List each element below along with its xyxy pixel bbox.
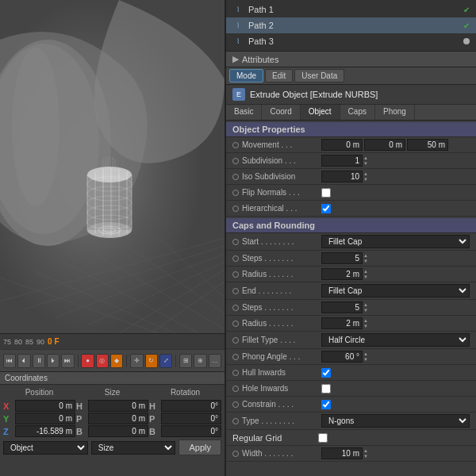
steps2-input[interactable] xyxy=(321,301,363,313)
path-label-1: Path 1 xyxy=(248,5,274,14)
subdivision-row: Subdivision . . . ▲▼ xyxy=(226,153,476,169)
flip-normals-checkbox[interactable] xyxy=(321,188,331,198)
iso-spinner[interactable]: ▲▼ xyxy=(363,171,368,182)
next-frame-btn[interactable]: ⏭ xyxy=(61,354,74,368)
steps2-spinner[interactable]: ▲▼ xyxy=(363,302,368,313)
play-btn[interactable]: ⏵ xyxy=(47,354,60,368)
steps1-label: Steps . . . . . . . xyxy=(242,254,321,263)
pause-btn[interactable]: ⏸ xyxy=(33,354,45,368)
extrude-title-row: E Extrude Object [Extrude NURBS] xyxy=(226,85,476,105)
hole-inwards-dot xyxy=(232,386,239,392)
rot-p-input[interactable] xyxy=(161,413,221,424)
rot-b-input[interactable] xyxy=(161,425,221,437)
hole-inwards-checkbox[interactable] xyxy=(321,384,331,393)
phong-angle-input[interactable] xyxy=(321,351,363,363)
prev-frame-btn[interactable]: ⏴ xyxy=(17,354,30,368)
regular-grid-row: Regular Grid xyxy=(226,430,476,446)
position-y-input[interactable] xyxy=(15,413,75,424)
rot-h-label: H xyxy=(149,401,159,411)
hull-inwards-checkbox[interactable] xyxy=(321,368,331,378)
path-item-2[interactable]: ⌇ Path 2 ✔ xyxy=(226,17,476,33)
size-h-input[interactable] xyxy=(88,400,148,412)
path-item-1[interactable]: ⌇ Path 1 ✔ xyxy=(226,2,476,17)
apply-button[interactable]: Apply xyxy=(178,440,221,455)
size-b-input[interactable] xyxy=(88,425,148,437)
start-label: Start . . . . . . . . xyxy=(242,237,321,246)
tab-user-data[interactable]: User Data xyxy=(294,69,344,83)
tab-object[interactable]: Object xyxy=(301,105,340,120)
radius2-input[interactable] xyxy=(321,317,363,329)
movement-y-input[interactable] xyxy=(364,139,405,151)
tab-coord[interactable]: Coord xyxy=(262,105,300,120)
keyframe-btn[interactable]: ◆ xyxy=(110,354,123,368)
radius1-input[interactable] xyxy=(321,268,363,280)
regular-grid-checkbox[interactable] xyxy=(318,433,328,443)
constrain-dot xyxy=(232,401,239,408)
position-header: Position xyxy=(3,386,75,398)
tab-edit[interactable]: Edit xyxy=(265,69,293,83)
regular-grid-label: Regular Grid xyxy=(232,433,318,443)
3d-viewport[interactable] xyxy=(0,0,225,333)
type-row: Type . . . . . . . . N-gons xyxy=(226,413,476,430)
end-select[interactable]: Fillet Cap xyxy=(321,284,470,298)
fillet-type-label: Fillet Type . . . . xyxy=(242,336,321,344)
hull-inwards-row: Hull Inwards xyxy=(226,365,476,381)
object-props-title: Object Properties xyxy=(226,122,476,137)
rot-b-label: B xyxy=(149,427,159,436)
start-select[interactable]: Fillet Cap xyxy=(321,235,470,248)
position-x-input[interactable] xyxy=(15,400,75,412)
subdivision-spinner[interactable]: ▲▼ xyxy=(363,155,368,167)
width-input[interactable] xyxy=(321,447,363,459)
caps-rounding-title: Caps and Rounding xyxy=(226,218,476,233)
p-axis-label: P xyxy=(76,414,86,424)
type-select[interactable]: N-gons xyxy=(321,414,470,428)
scale-btn[interactable]: ⤢ xyxy=(159,354,172,368)
subdivision-input[interactable] xyxy=(321,155,363,167)
movement-x-input[interactable] xyxy=(321,139,363,151)
start-row: Start . . . . . . . . Fillet Cap xyxy=(226,233,476,251)
record2-btn[interactable]: ◎ xyxy=(96,354,109,368)
phong-spinner[interactable]: ▲▼ xyxy=(363,351,368,363)
more-btn[interactable]: … xyxy=(209,354,221,368)
steps2-label: Steps . . . . . . . xyxy=(242,303,321,312)
object-dropdown[interactable]: Object xyxy=(3,441,88,455)
rot-h-input[interactable] xyxy=(161,400,221,412)
hole-inwards-row: Hole Inwards xyxy=(226,381,476,397)
phong-angle-row: Phong Angle . . . ▲▼ xyxy=(226,349,476,365)
movement-z-input[interactable] xyxy=(407,139,448,151)
constrain-checkbox[interactable] xyxy=(321,400,331,409)
extrude-icon: E xyxy=(232,88,245,101)
steps1-input[interactable] xyxy=(321,252,363,264)
radius1-spinner[interactable]: ▲▼ xyxy=(363,269,368,280)
tab-mode[interactable]: Mode xyxy=(229,69,263,83)
snap-btn[interactable]: ⊕ xyxy=(194,354,206,368)
radius2-row: Radius . . . . . . ▲▼ xyxy=(226,316,476,332)
radius2-spinner[interactable]: ▲▼ xyxy=(363,318,368,329)
tab-phong[interactable]: Phong xyxy=(375,105,415,120)
steps2-row: Steps . . . . . . . ▲▼ xyxy=(226,300,476,316)
path-item-3[interactable]: ⌇ Path 3 xyxy=(226,33,476,49)
play-start-btn[interactable]: ⏮ xyxy=(3,354,16,368)
rotate-btn[interactable]: ↻ xyxy=(145,354,158,368)
timeline-mark-90: 90 xyxy=(36,338,44,346)
move-btn[interactable]: ✛ xyxy=(130,354,143,368)
iso-subdivision-input[interactable] xyxy=(321,171,363,182)
path-label-2: Path 2 xyxy=(248,21,274,30)
subdivision-label: Subdivision . . . xyxy=(242,156,321,165)
size-dropdown[interactable]: Size xyxy=(91,441,176,455)
steps1-dot xyxy=(232,255,239,262)
record-btn[interactable]: ● xyxy=(81,354,94,368)
svg-rect-17 xyxy=(87,175,132,230)
fillet-type-select[interactable]: Half Circle xyxy=(321,333,470,347)
steps1-spinner[interactable]: ▲▼ xyxy=(363,253,368,264)
size-p-input[interactable] xyxy=(88,413,148,424)
grid-btn[interactable]: ⊞ xyxy=(179,354,192,368)
hierarchical-checkbox[interactable] xyxy=(321,204,331,213)
tab-basic[interactable]: Basic xyxy=(226,105,262,120)
toolbar-sep1 xyxy=(78,355,79,367)
tab-caps[interactable]: Caps xyxy=(340,105,375,120)
width-spinner[interactable]: ▲▼ xyxy=(363,448,368,459)
phong-angle-label: Phong Angle . . . xyxy=(242,352,321,361)
flip-normals-dot xyxy=(232,190,239,196)
position-z-input[interactable] xyxy=(15,425,75,437)
